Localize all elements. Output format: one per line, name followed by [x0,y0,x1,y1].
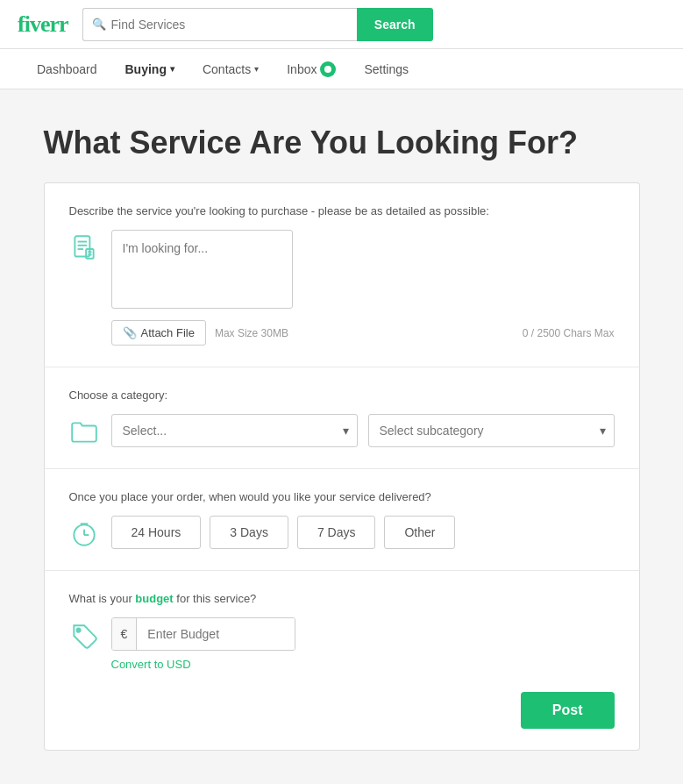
page-title: What Service Are You Looking For? [44,125,640,161]
attach-file-button[interactable]: 📎 Attach File [111,320,206,346]
describe-section: Describe the service you're looking to p… [44,182,640,367]
post-button-row: Post [69,692,615,729]
svg-point-12 [76,629,80,632]
describe-content: 📎 Attach File Max Size 30MB 0 / 2500 Cha… [69,230,615,346]
delivery-buttons: 24 Hours 3 Days 7 Days Other [111,516,615,549]
char-count: 0 / 2500 Chars Max [523,327,615,339]
category-section: Choose a category: Select... Se [44,367,640,469]
budget-input[interactable] [137,618,295,650]
nav-label-settings: Settings [364,62,409,76]
category-label: Choose a category: [69,388,615,402]
delivery-content: 24 Hours 3 Days 7 Days Other [69,516,615,549]
nav-item-settings[interactable]: Settings [353,49,419,89]
search-bar: 🔍 Search [82,8,433,41]
search-button[interactable]: Search [357,8,433,41]
tag-icon [69,621,99,651]
budget-input-wrapper: € [111,617,296,651]
delivery-other-button[interactable]: Other [384,516,455,549]
inbox-badge [320,61,336,77]
category-content: Select... Select subcategory [69,414,615,447]
budget-label-highlight: budget [135,592,173,605]
budget-label-rest: for this service? [176,592,256,605]
clock-icon [69,519,99,549]
max-size-label: Max Size 30MB [215,327,288,339]
nav-label-buying: Buying [125,62,167,76]
svg-point-0 [324,66,331,73]
fiverr-logo: fiverr [18,11,68,38]
header: fiverr 🔍 Search [0,0,683,49]
category-selects: Select... Select subcategory [111,414,615,447]
document-icon [69,233,99,263]
service-description-textarea[interactable] [111,230,293,309]
budget-label: What is your budget for this service? [69,592,615,605]
category-select[interactable]: Select... [111,414,358,447]
delivery-3days-button[interactable]: 3 Days [210,516,288,549]
subcategory-select[interactable]: Select subcategory [368,414,615,447]
textarea-container: 📎 Attach File Max Size 30MB 0 / 2500 Cha… [111,230,615,346]
budget-input-section: € Convert to USD [111,617,296,671]
form-card: Describe the service you're looking to p… [44,182,640,751]
attach-label: Attach File [141,326,195,339]
nav-item-buying[interactable]: Buying ▾ [115,49,185,89]
nav-label-contacts: Contacts [203,62,251,76]
delivery-7days-button[interactable]: 7 Days [297,516,376,549]
delivery-label: Once you place your order, when would yo… [69,490,615,503]
search-icon: 🔍 [92,18,106,31]
budget-section: What is your budget for this service? € … [44,571,640,751]
main-nav: Dashboard Buying ▾ Contacts ▾ Inbox Sett… [0,49,683,89]
nav-item-contacts[interactable]: Contacts ▾ [192,49,269,89]
nav-item-dashboard[interactable]: Dashboard [26,49,108,89]
folder-icon [69,417,99,447]
search-input[interactable] [111,18,348,32]
category-select-wrapper: Select... [111,414,358,447]
main-content: What Service Are You Looking For? Descri… [26,125,658,751]
delivery-24hours-button[interactable]: 24 Hours [111,516,202,549]
budget-content: € Convert to USD [69,617,615,671]
nav-item-inbox[interactable]: Inbox [276,49,346,89]
paperclip-icon: 📎 [123,326,137,339]
post-button[interactable]: Post [521,692,615,729]
chevron-down-icon: ▾ [254,64,259,74]
textarea-footer: 📎 Attach File Max Size 30MB 0 / 2500 Cha… [111,320,615,346]
nav-label-dashboard: Dashboard [37,62,97,76]
chevron-down-icon: ▾ [170,64,174,74]
subcategory-select-wrapper: Select subcategory [368,414,615,447]
search-input-wrapper: 🔍 [82,8,357,41]
currency-symbol: € [112,618,138,650]
convert-to-usd-link[interactable]: Convert to USD [111,658,296,671]
nav-label-inbox: Inbox [287,62,317,76]
svg-rect-1 [75,236,89,256]
delivery-section: Once you place your order, when would yo… [44,469,640,571]
describe-label: Describe the service you're looking to p… [69,204,615,217]
